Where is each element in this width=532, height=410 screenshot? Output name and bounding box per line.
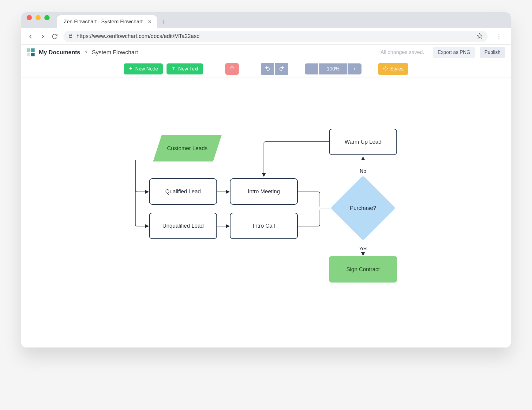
node-label: Purchase? — [350, 205, 376, 211]
delete-button[interactable] — [225, 63, 239, 75]
redo-button[interactable] — [275, 63, 288, 75]
save-status: All changes saved. — [380, 49, 424, 55]
breadcrumb-root[interactable]: My Documents — [39, 49, 80, 56]
new-text-label: New Text — [178, 66, 198, 72]
back-button[interactable] — [27, 33, 34, 40]
node-label: Warm Up Lead — [345, 139, 381, 145]
publish-label: Publish — [485, 50, 500, 55]
svg-marker-1 — [477, 33, 482, 38]
browser-menu-button[interactable]: ⋮ — [493, 32, 505, 40]
zoom-out-button[interactable]: − — [305, 63, 318, 74]
node-sign-contract[interactable]: Sign Contract — [329, 256, 397, 283]
browser-toolbar: https://www.zenflowchart.com/docs/edit/M… — [21, 28, 511, 45]
minus-icon: − — [310, 66, 313, 72]
reload-button[interactable] — [52, 33, 58, 40]
node-label: Intro Meeting — [248, 188, 280, 195]
new-node-button[interactable]: New Node — [124, 63, 163, 74]
plus-icon: + — [353, 66, 356, 72]
browser-window: Zen Flowchart - System Flowchart ✕ ＋ htt… — [21, 12, 511, 347]
gear-icon — [383, 66, 388, 72]
node-warm-up-lead[interactable]: Warm Up Lead — [329, 129, 397, 155]
text-icon — [171, 66, 176, 72]
zoom-in-button[interactable]: + — [348, 63, 362, 74]
publish-button[interactable]: Publish — [480, 47, 505, 58]
export-png-button[interactable]: Export as PNG — [433, 47, 475, 58]
node-intro-meeting[interactable]: Intro Meeting — [230, 178, 298, 205]
redo-icon — [279, 66, 284, 72]
node-label: Intro Call — [253, 223, 275, 229]
edge-label-no: No — [360, 168, 366, 174]
close-window-button[interactable] — [27, 15, 32, 20]
address-bar[interactable]: https://www.zenflowchart.com/docs/edit/M… — [63, 31, 488, 42]
styles-button[interactable]: Styles — [378, 63, 409, 75]
lock-icon — [68, 33, 73, 39]
tab-title: Zen Flowchart - System Flowchart — [64, 19, 143, 25]
node-qualified-lead[interactable]: Qualified Lead — [149, 178, 217, 205]
titlebar: Zen Flowchart - System Flowchart ✕ ＋ — [21, 12, 511, 28]
undo-redo-group — [261, 63, 288, 75]
node-unqualified-lead[interactable]: Unqualified Lead — [149, 213, 217, 239]
node-label: Sign Contract — [346, 266, 380, 273]
plus-icon: ＋ — [160, 17, 167, 26]
plus-icon — [129, 66, 133, 72]
close-tab-icon[interactable]: ✕ — [148, 19, 152, 25]
zoom-level: 100% — [319, 63, 347, 74]
browser-tab[interactable]: Zen Flowchart - System Flowchart ✕ — [57, 15, 157, 28]
app-header: My Documents System Flowchart All change… — [21, 45, 511, 60]
trash-icon — [230, 66, 234, 72]
node-label: Customer Leads — [167, 145, 208, 152]
node-label: Unqualified Lead — [162, 223, 204, 229]
document-title[interactable]: System Flowchart — [92, 49, 138, 56]
breadcrumb: My Documents System Flowchart — [39, 49, 138, 56]
node-intro-call[interactable]: Intro Call — [230, 213, 298, 239]
node-purchase-decision[interactable]: Purchase? — [340, 185, 386, 231]
app-logo[interactable] — [27, 48, 35, 56]
kebab-icon: ⋮ — [496, 32, 502, 40]
node-label: Qualified Lead — [165, 188, 201, 195]
zoom-group: − 100% + — [305, 63, 362, 74]
new-text-button[interactable]: New Text — [167, 63, 203, 74]
url-text: https://www.zenflowchart.com/docs/edit/M… — [77, 33, 200, 40]
export-label: Export as PNG — [438, 50, 470, 55]
svg-point-2 — [385, 68, 386, 69]
bookmark-star-icon[interactable] — [477, 33, 483, 40]
window-controls — [27, 12, 50, 28]
undo-icon — [265, 66, 270, 72]
new-tab-button[interactable]: ＋ — [157, 15, 169, 28]
minimize-window-button[interactable] — [36, 15, 41, 20]
svg-rect-0 — [69, 36, 72, 37]
edge-label-yes: Yes — [359, 246, 368, 252]
styles-label: Styles — [390, 66, 404, 72]
chevron-right-icon — [84, 49, 88, 56]
maximize-window-button[interactable] — [44, 15, 50, 20]
node-customer-leads[interactable]: Customer Leads — [153, 135, 222, 161]
flowchart-canvas[interactable]: Customer Leads Qualified Lead Unqualifie… — [21, 78, 511, 347]
forward-button[interactable] — [39, 33, 46, 40]
new-node-label: New Node — [135, 66, 158, 72]
undo-button[interactable] — [261, 63, 274, 75]
action-bar: New Node New Text — [21, 60, 511, 78]
